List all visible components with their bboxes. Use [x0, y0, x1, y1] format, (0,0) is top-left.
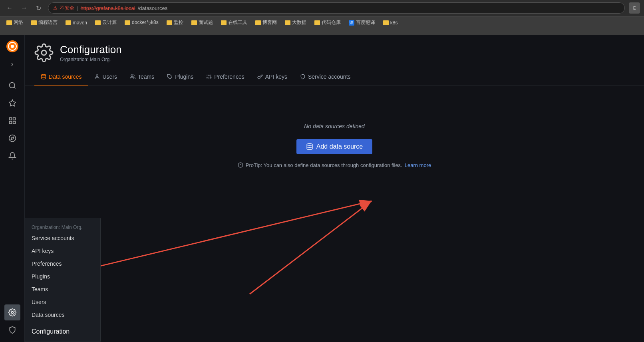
tab-teams-label: Teams	[138, 74, 154, 80]
tab-service-accounts[interactable]: Service accounts	[294, 69, 357, 86]
svg-point-2	[11, 45, 14, 48]
dropdown-item-service-accounts[interactable]: Service accounts	[25, 232, 100, 245]
svg-line-34	[250, 201, 372, 294]
url-separator: |	[77, 5, 78, 11]
bookmark-k8s[interactable]: k8s	[380, 19, 401, 26]
add-data-source-label: Add data source	[316, 143, 363, 150]
page-subtitle: Organization: Main Org.	[60, 57, 122, 62]
search-icon	[8, 82, 16, 89]
folder-icon	[66, 20, 71, 25]
svg-point-13	[42, 50, 46, 55]
url-host: https://grafana.k8s.local	[80, 5, 135, 11]
grafana-logo-icon	[6, 40, 19, 53]
folder-icon	[125, 20, 130, 25]
learn-more-link[interactable]: Learn more	[405, 162, 431, 168]
sidebar-item-dashboards[interactable]	[4, 113, 20, 129]
puzzle-icon	[167, 74, 173, 80]
content-area: No data sources defined Add data source …	[25, 86, 644, 205]
dropdown-item-data-sources[interactable]: Data sources	[25, 308, 100, 321]
bookmark-在线工具[interactable]: 在线工具	[218, 18, 250, 27]
browser-extension: E	[629, 2, 640, 14]
tabs-bar: Data sources Users Teams Plugins	[25, 69, 644, 86]
svg-point-3	[9, 83, 14, 88]
bookmark-代码仓库[interactable]: 代码仓库	[311, 18, 344, 27]
user-icon	[94, 74, 100, 80]
tab-data-sources[interactable]: Data sources	[34, 69, 88, 86]
add-data-source-button[interactable]: Add data source	[296, 139, 373, 154]
folder-icon	[6, 20, 12, 25]
bookmark-网络[interactable]: 网络	[3, 18, 26, 27]
dropdown-item-preferences[interactable]: Preferences	[25, 257, 100, 270]
tab-users-label: Users	[102, 74, 117, 80]
tab-plugins-label: Plugins	[175, 74, 193, 80]
dropdown-item-plugins[interactable]: Plugins	[25, 270, 100, 283]
sliders-icon	[206, 74, 212, 80]
security-warning-icon: ⚠	[53, 5, 58, 11]
sidebar-item-alerting[interactable]	[4, 148, 20, 164]
chevron-right-icon: ›	[11, 60, 14, 68]
dropdown-org-label: Organization: Main Org.	[25, 221, 100, 232]
tab-plugins[interactable]: Plugins	[161, 69, 200, 86]
key-icon	[257, 74, 263, 80]
sidebar-item-starred[interactable]	[4, 95, 20, 111]
page-header: Configuration Organization: Main Org.	[25, 35, 644, 62]
svg-rect-7	[13, 118, 15, 120]
forward-button[interactable]: →	[18, 2, 30, 14]
tab-preferences[interactable]: Preferences	[200, 69, 250, 86]
svg-line-32	[80, 201, 372, 271]
page-title: Configuration	[60, 44, 122, 56]
database-icon	[41, 74, 46, 80]
folder-icon	[167, 20, 172, 25]
bookmark-云计算[interactable]: 云计算	[92, 18, 120, 27]
svg-rect-6	[9, 118, 12, 120]
configuration-gear-icon	[34, 43, 54, 62]
sidebar-item-search[interactable]	[4, 78, 20, 93]
folder-icon	[191, 20, 197, 25]
browser-titlebar: ← → ↻ ⚠ 不安全 | https://grafana.k8s.local …	[0, 0, 644, 16]
protip-icon	[238, 162, 243, 168]
svg-point-14	[42, 74, 46, 76]
bell-icon	[8, 152, 16, 160]
tab-users[interactable]: Users	[88, 69, 123, 86]
sidebar-item-configuration[interactable]	[4, 304, 20, 320]
bookmark-监控[interactable]: 监控	[163, 18, 187, 27]
tab-teams[interactable]: Teams	[123, 69, 161, 86]
svg-line-4	[14, 87, 15, 89]
dropdown-header[interactable]: Configuration	[25, 325, 100, 338]
browser-nav: ← → ↻	[4, 2, 44, 14]
bookmark-百度翻译[interactable]: 译百度翻译	[346, 18, 378, 27]
folder-icon	[314, 20, 320, 25]
bookmark-大数据[interactable]: 大数据	[282, 18, 310, 27]
back-button[interactable]: ←	[4, 2, 15, 14]
tab-preferences-label: Preferences	[214, 74, 244, 80]
dropdown-item-users[interactable]: Users	[25, 296, 100, 308]
no-data-message: No data sources defined	[304, 123, 365, 129]
compass-icon	[8, 134, 16, 142]
dropdown-item-teams[interactable]: Teams	[25, 283, 100, 296]
sidebar-item-explore[interactable]	[4, 130, 20, 146]
bookmark-编程语言[interactable]: 编程语言	[28, 18, 61, 27]
svg-rect-9	[13, 121, 15, 124]
browser-chrome: ← → ↻ ⚠ 不安全 | https://grafana.k8s.local …	[0, 0, 644, 35]
app-container: ›	[0, 35, 644, 342]
sidebar-toggle-button[interactable]: ›	[6, 58, 19, 70]
svg-marker-5	[9, 100, 16, 106]
sidebar-item-shield[interactable]	[4, 322, 20, 338]
bookmark-面试题[interactable]: 面试题	[188, 18, 216, 27]
svg-point-15	[96, 75, 98, 77]
refresh-button[interactable]: ↻	[33, 2, 44, 14]
dropdown-item-api-keys[interactable]: API keys	[25, 245, 100, 257]
bookmark-maven[interactable]: maven	[62, 19, 90, 26]
service-accounts-icon	[300, 74, 306, 80]
star-icon	[8, 99, 16, 107]
gear-icon	[8, 308, 16, 316]
page-title-group: Configuration Organization: Main Org.	[60, 44, 122, 62]
address-bar[interactable]: ⚠ 不安全 | https://grafana.k8s.local /datas…	[48, 2, 625, 14]
tab-api-keys[interactable]: API keys	[251, 69, 294, 86]
bookmark-博客网[interactable]: 博客网	[252, 18, 280, 27]
folder-icon	[285, 20, 290, 25]
bookmark-docker[interactable]: docker与k8s	[121, 18, 162, 27]
folder-icon	[255, 20, 261, 25]
grafana-logo[interactable]	[4, 38, 20, 54]
main-content: Configuration Organization: Main Org. Da…	[25, 35, 644, 342]
